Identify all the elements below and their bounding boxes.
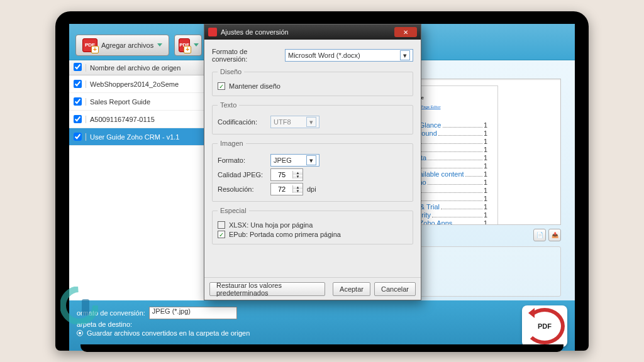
format-select[interactable]: JPEG (*.jpg)	[149, 307, 237, 319]
chevron-down-icon: ▾	[400, 50, 410, 60]
laptop-frame: PDF Agregar archivos PDF Nombre del arch…	[55, 11, 589, 351]
step-down-icon[interactable]: ▼	[293, 189, 303, 193]
epub-checkbox[interactable]: EPub: Portada como primera página	[218, 231, 408, 238]
jpeg-quality-label: Calidad JPEG:	[218, 171, 267, 178]
pdf-add-icon: PDF	[179, 38, 190, 52]
jpeg-quality-value[interactable]	[271, 171, 292, 178]
resolution-label: Resolución:	[218, 185, 267, 193]
text-legend: Texto	[218, 101, 239, 109]
conversion-format-select[interactable]: Microsoft Word (*.docx) ▾	[285, 49, 413, 62]
watermark-logo	[60, 287, 98, 324]
chevron-down-icon	[194, 43, 199, 47]
encoding-select[interactable]: UTF8 ▾	[270, 116, 319, 128]
image-format-label: Formato:	[218, 156, 267, 164]
add-files-button[interactable]: PDF Agregar archivos	[75, 35, 169, 56]
encoding-label: Codificación:	[218, 118, 267, 126]
image-format-select[interactable]: JPEG ▾	[270, 154, 319, 167]
text-group: Texto Codificación: UTF8 ▾	[212, 101, 413, 134]
bottom-bar: ormato de conversión: JPEG (*.jpg) arpet…	[69, 300, 575, 351]
design-legend: Diseño	[218, 68, 244, 75]
convert-button[interactable]: PDF	[522, 305, 567, 347]
chevron-down-icon: ▾	[306, 117, 316, 127]
close-button[interactable]: ✕	[394, 27, 417, 37]
encoding-value: UTF8	[274, 118, 291, 126]
resolution-value[interactable]	[271, 185, 292, 193]
special-legend: Especial	[218, 207, 249, 214]
dialog-titlebar[interactable]: Ajustes de conversión ✕	[204, 25, 421, 40]
row-checkbox[interactable]	[74, 80, 82, 88]
row-checkbox[interactable]	[74, 97, 82, 106]
checkbox-icon	[218, 221, 225, 229]
dialog-footer: Restaurar los valores predeterminados Ac…	[204, 277, 421, 300]
row-checkbox[interactable]	[74, 115, 82, 123]
conversion-settings-dialog: Ajustes de conversión ✕ Formato de conve…	[204, 24, 421, 300]
dialog-title: Ajustes de conversión	[221, 28, 289, 36]
format-value: JPEG (*.jpg)	[152, 307, 191, 315]
svg-point-0	[63, 289, 96, 322]
laptop-base	[80, 344, 564, 352]
special-group: Especial XLSX: Una hoja por página EPub:…	[212, 207, 413, 244]
step-down-icon[interactable]: ▼	[293, 175, 303, 178]
pdf-add-icon: PDF	[82, 38, 97, 52]
add-files-icon-button[interactable]: PDF	[174, 35, 202, 56]
convert-arrow-icon	[528, 308, 535, 318]
epub-label: EPub: Portada como primera página	[229, 231, 341, 238]
save-same-label: Guardar archivos convertidos en la carpe…	[87, 329, 250, 337]
select-all-checkbox[interactable]	[74, 63, 82, 71]
app-window: PDF Agregar archivos PDF Nombre del arch…	[69, 24, 575, 351]
restore-defaults-button[interactable]: Restaurar los valores predeterminados	[209, 282, 325, 296]
export-page-button[interactable]: 📤	[548, 229, 561, 241]
keep-design-label: Mantener diseño	[229, 82, 280, 90]
accept-button[interactable]: Aceptar	[333, 282, 370, 296]
radio-icon	[77, 330, 83, 336]
format-label: Formato de conversión:	[212, 48, 281, 63]
chevron-down-icon	[157, 43, 162, 47]
jpeg-quality-stepper[interactable]: ▲▼	[270, 168, 303, 181]
row-checkbox[interactable]	[74, 133, 82, 141]
keep-design-checkbox[interactable]: Mantener diseño	[218, 82, 408, 90]
image-format-value: JPEG	[274, 156, 292, 164]
cancel-button[interactable]: Cancelar	[374, 282, 416, 296]
resolution-stepper[interactable]: ▲▼	[270, 183, 303, 195]
checkbox-icon	[218, 231, 225, 238]
image-group: Imagen Formato: JPEG ▾ Calidad JPEG: ▲▼	[212, 140, 413, 202]
xlsx-label: XLSX: Una hoja por página	[229, 221, 313, 229]
image-legend: Imagen	[218, 140, 246, 147]
checkbox-icon	[218, 82, 225, 90]
add-files-label: Agregar archivos	[101, 41, 153, 49]
save-same-folder-radio[interactable]: Guardar archivos convertidos en la carpe…	[77, 329, 516, 337]
design-group: Diseño Mantener diseño	[212, 68, 413, 96]
format-value: Microsoft Word (*.docx)	[288, 52, 360, 59]
chevron-down-icon: ▾	[306, 155, 316, 165]
svg-rect-1	[82, 299, 89, 315]
xlsx-checkbox[interactable]: XLSX: Una hoja por página	[218, 221, 408, 229]
dpi-label: dpi	[307, 185, 316, 193]
page-action-button[interactable]: 📄	[533, 229, 546, 241]
app-icon	[208, 28, 217, 36]
